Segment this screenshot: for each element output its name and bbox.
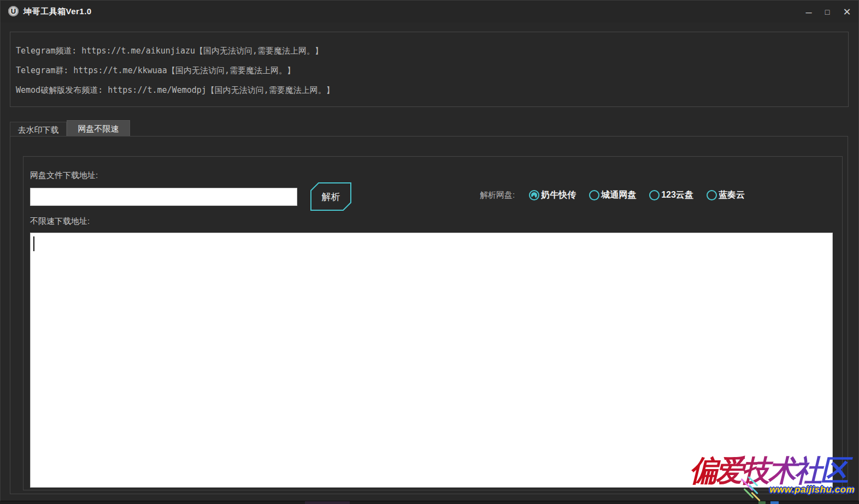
minimize-button[interactable]: –	[801, 4, 817, 20]
radio-chengtong-circle[interactable]	[589, 190, 599, 200]
taskbar-fragment	[770, 501, 779, 504]
close-button[interactable]: ✕	[839, 4, 855, 20]
radio-123pan-label: 123云盘	[661, 189, 693, 201]
title-bar: U 坤哥工具箱Ver1.0 – □ ✕	[1, 1, 858, 22]
maximize-button[interactable]: □	[819, 4, 836, 20]
radio-nainiu[interactable]: 奶牛快传	[529, 189, 576, 201]
parse-button-label: 解析	[310, 182, 351, 211]
radio-nainiu-label: 奶牛快传	[541, 189, 576, 201]
tab-netdisk-unlimited[interactable]: 网盘不限速	[67, 120, 130, 137]
radio-lanzou-circle[interactable]	[707, 190, 717, 200]
provider-radio-group: 解析网盘: 奶牛快传 城通网盘 123云盘 蓝奏云	[480, 188, 745, 201]
radio-123pan[interactable]: 123云盘	[649, 189, 693, 201]
taskbar-fragment	[758, 501, 766, 504]
result-textarea[interactable]	[30, 233, 833, 488]
app-window: U 坤哥工具箱Ver1.0 – □ ✕ Telegram频道: https://…	[0, 0, 859, 501]
result-field-label: 不限速下载地址:	[30, 216, 90, 227]
radio-chengtong-label: 城通网盘	[601, 189, 636, 201]
window-title: 坤哥工具箱Ver1.0	[23, 7, 92, 17]
url-field-label: 网盘文件下载地址:	[30, 170, 98, 181]
radio-chengtong[interactable]: 城通网盘	[589, 189, 636, 201]
radio-nainiu-circle[interactable]	[529, 190, 539, 200]
tab-watermark-download[interactable]: 去水印下载	[10, 122, 67, 137]
tab-panel: 网盘文件下载地址: 解析 解析网盘: 奶牛快传 城通网盘	[10, 136, 848, 494]
netdisk-group-box: 网盘文件下载地址: 解析 解析网盘: 奶牛快传 城通网盘	[23, 156, 843, 490]
radio-123pan-circle[interactable]	[649, 190, 660, 200]
taskbar-sliver	[0, 501, 859, 504]
text-cursor	[33, 236, 34, 251]
telegram-channel-line: Telegram频道: https://t.me/aikunjiazu【国内无法…	[16, 41, 843, 61]
provider-caption: 解析网盘:	[480, 190, 515, 200]
wemod-channel-line: Wemod破解版发布频道: https://t.me/Wemodpj【国内无法访…	[16, 80, 843, 100]
netdisk-url-input[interactable]	[30, 188, 297, 206]
taskbar-fragment	[305, 501, 350, 504]
parse-button[interactable]: 解析	[310, 182, 351, 211]
radio-lanzou-label: 蓝奏云	[719, 189, 745, 201]
telegram-group-line: Telegram群: https://t.me/kkwuaa【国内无法访问,需要…	[16, 61, 843, 80]
radio-lanzou[interactable]: 蓝奏云	[707, 189, 745, 201]
info-panel: Telegram频道: https://t.me/aikunjiazu【国内无法…	[10, 32, 849, 107]
app-icon: U	[8, 6, 19, 16]
